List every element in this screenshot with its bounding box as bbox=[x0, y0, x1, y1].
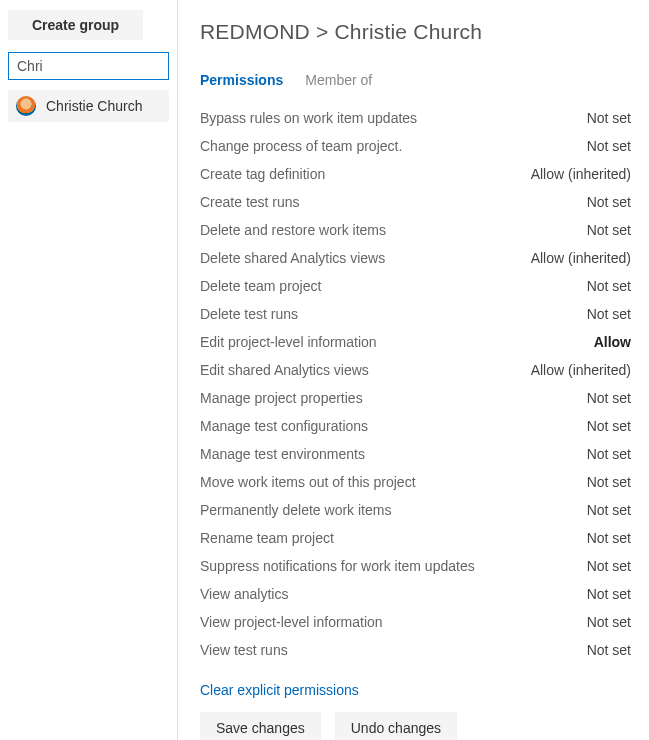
permission-name: Bypass rules on work item updates bbox=[200, 110, 417, 126]
main-panel: REDMOND > Christie Church Permissions Me… bbox=[178, 0, 649, 740]
permission-name: Delete test runs bbox=[200, 306, 298, 322]
permission-status[interactable]: Not set bbox=[587, 110, 631, 126]
permission-name: Manage test configurations bbox=[200, 418, 368, 434]
permission-name: Create test runs bbox=[200, 194, 300, 210]
clear-permissions-link[interactable]: Clear explicit permissions bbox=[200, 682, 359, 698]
permission-status[interactable]: Not set bbox=[587, 558, 631, 574]
permission-row[interactable]: Delete test runsNot set bbox=[200, 300, 631, 328]
sidebar: Create group Christie Church bbox=[0, 0, 178, 740]
permission-row[interactable]: Move work items out of this projectNot s… bbox=[200, 468, 631, 496]
permission-row[interactable]: Delete team projectNot set bbox=[200, 272, 631, 300]
undo-changes-button[interactable]: Undo changes bbox=[335, 712, 457, 740]
tabs: Permissions Member of bbox=[200, 72, 631, 88]
permission-name: Delete shared Analytics views bbox=[200, 250, 385, 266]
search-result-name: Christie Church bbox=[46, 98, 142, 114]
permission-status[interactable]: Not set bbox=[587, 530, 631, 546]
permission-status[interactable]: Not set bbox=[587, 194, 631, 210]
permission-status[interactable]: Not set bbox=[587, 278, 631, 294]
breadcrumb: REDMOND > Christie Church bbox=[200, 20, 631, 44]
permission-status[interactable]: Not set bbox=[587, 418, 631, 434]
permission-name: Move work items out of this project bbox=[200, 474, 416, 490]
permission-name: Edit shared Analytics views bbox=[200, 362, 369, 378]
permission-status[interactable]: Not set bbox=[587, 614, 631, 630]
permission-name: Create tag definition bbox=[200, 166, 325, 182]
permission-status[interactable]: Not set bbox=[587, 642, 631, 658]
permission-status[interactable]: Allow (inherited) bbox=[531, 250, 631, 266]
permission-row[interactable]: Manage test environmentsNot set bbox=[200, 440, 631, 468]
permission-row[interactable]: Manage test configurationsNot set bbox=[200, 412, 631, 440]
save-changes-button[interactable]: Save changes bbox=[200, 712, 321, 740]
permission-status[interactable]: Not set bbox=[587, 586, 631, 602]
avatar-icon bbox=[16, 96, 36, 116]
permission-name: View project-level information bbox=[200, 614, 383, 630]
create-group-button[interactable]: Create group bbox=[8, 10, 143, 40]
permission-status[interactable]: Not set bbox=[587, 502, 631, 518]
permission-name: View test runs bbox=[200, 642, 288, 658]
permission-status[interactable]: Allow (inherited) bbox=[531, 166, 631, 182]
permission-name: Delete and restore work items bbox=[200, 222, 386, 238]
permission-row[interactable]: Rename team projectNot set bbox=[200, 524, 631, 552]
breadcrumb-sep: > bbox=[316, 20, 328, 43]
permission-row[interactable]: Delete shared Analytics viewsAllow (inhe… bbox=[200, 244, 631, 272]
permission-row[interactable]: View analyticsNot set bbox=[200, 580, 631, 608]
permission-row[interactable]: Create test runsNot set bbox=[200, 188, 631, 216]
permission-row[interactable]: Edit shared Analytics viewsAllow (inheri… bbox=[200, 356, 631, 384]
permission-status[interactable]: Allow (inherited) bbox=[531, 362, 631, 378]
permission-row[interactable]: Permanently delete work itemsNot set bbox=[200, 496, 631, 524]
permission-name: Manage test environments bbox=[200, 446, 365, 462]
permission-status[interactable]: Not set bbox=[587, 306, 631, 322]
permission-row[interactable]: Suppress notifications for work item upd… bbox=[200, 552, 631, 580]
search-result-item[interactable]: Christie Church bbox=[8, 90, 169, 122]
tab-permissions[interactable]: Permissions bbox=[200, 72, 283, 88]
search-input[interactable] bbox=[8, 52, 169, 80]
breadcrumb-scope: REDMOND bbox=[200, 20, 310, 43]
permission-name: Delete team project bbox=[200, 278, 321, 294]
permission-row[interactable]: Edit project-level informationAllow bbox=[200, 328, 631, 356]
permission-row[interactable]: View project-level informationNot set bbox=[200, 608, 631, 636]
permission-name: Manage project properties bbox=[200, 390, 363, 406]
permission-status[interactable]: Not set bbox=[587, 390, 631, 406]
permission-status[interactable]: Not set bbox=[587, 446, 631, 462]
permission-name: View analytics bbox=[200, 586, 288, 602]
tab-member-of[interactable]: Member of bbox=[305, 72, 372, 88]
permission-status[interactable]: Allow bbox=[594, 334, 631, 350]
permission-status[interactable]: Not set bbox=[587, 222, 631, 238]
permission-row[interactable]: Create tag definitionAllow (inherited) bbox=[200, 160, 631, 188]
permission-name: Edit project-level information bbox=[200, 334, 377, 350]
permission-name: Permanently delete work items bbox=[200, 502, 391, 518]
permission-status[interactable]: Not set bbox=[587, 474, 631, 490]
permissions-list: Bypass rules on work item updatesNot set… bbox=[200, 104, 631, 664]
permission-row[interactable]: Bypass rules on work item updatesNot set bbox=[200, 104, 631, 132]
permission-status[interactable]: Not set bbox=[587, 138, 631, 154]
permission-row[interactable]: View test runsNot set bbox=[200, 636, 631, 664]
button-row: Save changes Undo changes bbox=[200, 712, 631, 740]
permission-name: Suppress notifications for work item upd… bbox=[200, 558, 475, 574]
permission-row[interactable]: Delete and restore work itemsNot set bbox=[200, 216, 631, 244]
permission-row[interactable]: Manage project propertiesNot set bbox=[200, 384, 631, 412]
permission-name: Change process of team project. bbox=[200, 138, 402, 154]
breadcrumb-user: Christie Church bbox=[334, 20, 482, 43]
permission-name: Rename team project bbox=[200, 530, 334, 546]
permission-row[interactable]: Change process of team project.Not set bbox=[200, 132, 631, 160]
